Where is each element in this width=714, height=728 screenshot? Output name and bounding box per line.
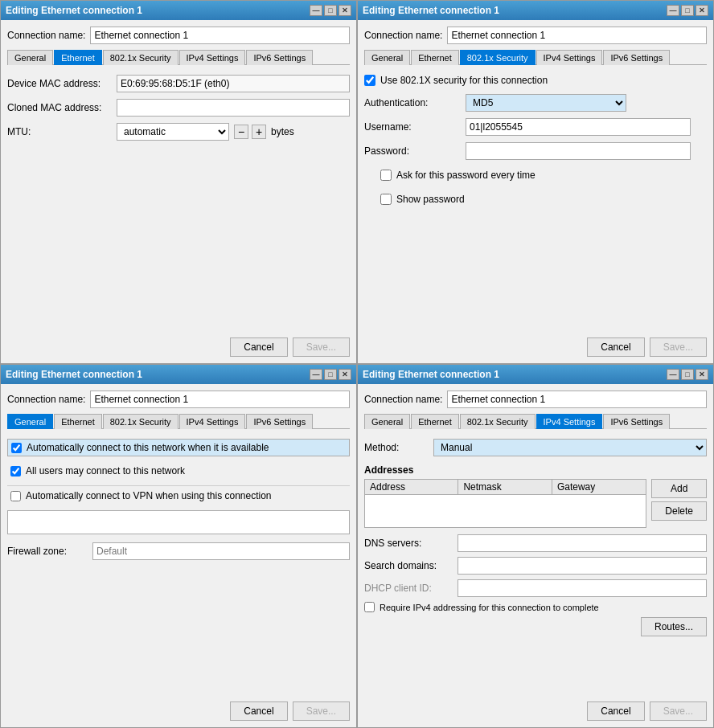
dhcp-input[interactable] bbox=[458, 579, 707, 597]
device-mac-input[interactable] bbox=[117, 75, 350, 92]
auto-connect-label: Automatically connect to this network wh… bbox=[27, 442, 269, 453]
auto-connect-checkbox[interactable] bbox=[11, 443, 22, 453]
window-bottom-right: Editing Ethernet connection 1 — □ ✕ Conn… bbox=[357, 364, 714, 728]
footer-buttons-bl: Cancel Save... bbox=[7, 695, 350, 721]
method-select[interactable]: Manual bbox=[433, 439, 707, 456]
tab-bar-br: General Ethernet 802.1x Security IPv4 Se… bbox=[364, 413, 707, 429]
window-top-right: Editing Ethernet connection 1 — □ ✕ Conn… bbox=[357, 0, 714, 364]
tab-content-ipv4-br: Method: Manual Addresses Address Netmask… bbox=[364, 436, 707, 695]
window-controls-top-left: — □ ✕ bbox=[310, 5, 351, 16]
tab-ipv6-br[interactable]: IPv6 Settings bbox=[603, 414, 670, 429]
ask-password-row: Ask for this password every time bbox=[380, 170, 707, 181]
save-btn-bl[interactable]: Save... bbox=[293, 701, 350, 721]
close-btn-br[interactable]: ✕ bbox=[696, 369, 708, 380]
window-top-left: Editing Ethernet connection 1 — □ ✕ Conn… bbox=[0, 0, 357, 364]
cancel-btn-tl[interactable]: Cancel bbox=[230, 337, 287, 357]
mtu-select[interactable]: automatic bbox=[117, 123, 229, 141]
maximize-btn-br[interactable]: □ bbox=[681, 369, 694, 380]
delete-addr-btn[interactable]: Delete bbox=[651, 501, 707, 521]
require-ipv4-checkbox[interactable] bbox=[364, 602, 375, 612]
tab-8021x-bl[interactable]: 802.1x Security bbox=[103, 414, 178, 429]
firewall-zone-input[interactable] bbox=[92, 542, 350, 560]
minimize-btn-bl[interactable]: — bbox=[310, 369, 322, 380]
dns-input[interactable] bbox=[458, 534, 707, 552]
cancel-btn-tr[interactable]: Cancel bbox=[587, 337, 644, 357]
tab-8021x-tl[interactable]: 802.1x Security bbox=[103, 50, 178, 65]
conn-name-row-tr: Connection name: bbox=[364, 27, 707, 44]
username-row: Username: bbox=[364, 118, 707, 136]
mtu-plus-btn[interactable]: + bbox=[252, 125, 266, 139]
ask-password-checkbox[interactable] bbox=[380, 170, 392, 181]
cancel-btn-br[interactable]: Cancel bbox=[587, 701, 644, 721]
add-addr-btn[interactable]: Add bbox=[651, 479, 707, 498]
tab-ipv4-tr[interactable]: IPv4 Settings bbox=[536, 50, 603, 65]
auto-vpn-row: Automatically connect to VPN when using … bbox=[7, 488, 350, 504]
addr-col-address: Address bbox=[365, 480, 458, 494]
method-row: Method: Manual bbox=[364, 439, 707, 456]
tab-general-tl[interactable]: General bbox=[7, 50, 53, 65]
password-label: Password: bbox=[364, 145, 461, 157]
cloned-mac-label: Cloned MAC address: bbox=[7, 102, 112, 113]
cloned-mac-input[interactable] bbox=[117, 99, 350, 117]
mtu-minus-btn[interactable]: − bbox=[234, 125, 248, 139]
tab-ethernet-tl[interactable]: Ethernet bbox=[54, 50, 102, 65]
device-mac-label: Device MAC address: bbox=[7, 78, 112, 89]
minimize-btn-br[interactable]: — bbox=[667, 369, 679, 380]
save-btn-tr[interactable]: Save... bbox=[650, 337, 707, 357]
save-btn-tl[interactable]: Save... bbox=[293, 337, 350, 357]
window-controls-bottom-right: — □ ✕ bbox=[667, 369, 708, 380]
tab-general-br[interactable]: General bbox=[364, 414, 410, 429]
conn-name-input-bl[interactable] bbox=[90, 391, 350, 408]
minimize-btn-tl[interactable]: — bbox=[310, 5, 322, 16]
conn-name-input-tr[interactable] bbox=[447, 27, 707, 44]
tab-ethernet-bl[interactable]: Ethernet bbox=[54, 414, 102, 429]
dhcp-row: DHCP client ID: bbox=[364, 579, 707, 597]
auth-select[interactable]: MD5 bbox=[466, 94, 626, 112]
cancel-btn-bl[interactable]: Cancel bbox=[230, 701, 287, 721]
tab-ipv4-br[interactable]: IPv4 Settings bbox=[536, 414, 603, 429]
maximize-btn-tl[interactable]: □ bbox=[324, 5, 337, 16]
search-input[interactable] bbox=[458, 557, 707, 575]
separator-bl bbox=[7, 485, 350, 486]
tab-8021x-br[interactable]: 802.1x Security bbox=[460, 414, 536, 429]
minimize-btn-tr[interactable]: — bbox=[667, 5, 679, 16]
tab-ipv6-bl[interactable]: IPv6 Settings bbox=[246, 414, 313, 429]
conn-name-label-tr: Connection name: bbox=[364, 30, 442, 41]
conn-name-row-br: Connection name: bbox=[364, 391, 707, 408]
tab-bar-tl: General Ethernet 802.1x Security IPv4 Se… bbox=[7, 49, 350, 65]
tab-ipv4-bl[interactable]: IPv4 Settings bbox=[179, 414, 246, 429]
tab-ipv4-tl[interactable]: IPv4 Settings bbox=[179, 50, 246, 65]
use-security-label: Use 802.1X security for this connection bbox=[380, 75, 548, 86]
routes-row: Routes... bbox=[364, 617, 707, 636]
maximize-btn-tr[interactable]: □ bbox=[681, 5, 694, 16]
maximize-btn-bl[interactable]: □ bbox=[324, 369, 337, 380]
mtu-controls: − + bbox=[234, 125, 266, 139]
tab-general-tr[interactable]: General bbox=[364, 50, 410, 65]
use-security-checkbox[interactable] bbox=[364, 75, 375, 86]
tab-general-bl[interactable]: General bbox=[7, 414, 53, 429]
addr-body bbox=[365, 495, 646, 527]
username-input[interactable] bbox=[466, 118, 691, 136]
window-body-top-right: Connection name: General Ethernet 802.1x… bbox=[358, 20, 713, 363]
show-password-checkbox[interactable] bbox=[380, 194, 392, 205]
conn-name-input-br[interactable] bbox=[447, 391, 707, 408]
title-text-top-left: Editing Ethernet connection 1 bbox=[6, 5, 142, 16]
tab-ethernet-br[interactable]: Ethernet bbox=[411, 414, 459, 429]
tab-8021x-tr[interactable]: 802.1x Security bbox=[460, 50, 536, 65]
tab-ipv6-tr[interactable]: IPv6 Settings bbox=[603, 50, 670, 65]
all-users-checkbox[interactable] bbox=[10, 466, 21, 476]
tab-ipv6-tl[interactable]: IPv6 Settings bbox=[246, 50, 313, 65]
auto-vpn-checkbox[interactable] bbox=[10, 491, 21, 501]
password-row: Password: bbox=[364, 142, 707, 160]
routes-btn[interactable]: Routes... bbox=[641, 617, 707, 636]
tab-ethernet-tr[interactable]: Ethernet bbox=[411, 50, 459, 65]
save-btn-br[interactable]: Save... bbox=[650, 701, 707, 721]
search-row: Search domains: bbox=[364, 557, 707, 575]
conn-name-row-tl: Connection name: bbox=[7, 27, 350, 44]
addresses-title: Addresses bbox=[364, 464, 707, 476]
conn-name-input-tl[interactable] bbox=[90, 27, 350, 44]
close-btn-bl[interactable]: ✕ bbox=[339, 369, 351, 380]
close-btn-tr[interactable]: ✕ bbox=[696, 5, 708, 16]
close-btn-tl[interactable]: ✕ bbox=[339, 5, 351, 16]
password-input[interactable] bbox=[466, 142, 691, 160]
